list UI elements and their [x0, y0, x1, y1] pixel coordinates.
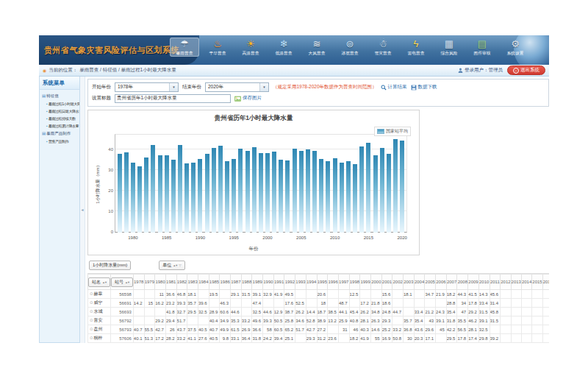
- year-column-2007[interactable]: 2007: [446, 275, 457, 290]
- bar-2019: [392, 134, 398, 233]
- save-image-button[interactable]: 保存图片: [234, 95, 262, 102]
- nav-item-heat[interactable]: ☀高温普查: [236, 38, 265, 57]
- year-column-1982[interactable]: 1982: [176, 275, 187, 290]
- year-column-2013[interactable]: 2013: [511, 275, 521, 290]
- sort-name-chip[interactable]: 站名▲▼: [88, 277, 110, 287]
- year-column-1990[interactable]: 1990: [263, 275, 274, 290]
- unit-sort-chip[interactable]: 单位 ▲▼ ▽: [159, 261, 184, 270]
- value-cell: 17.2: [360, 299, 371, 308]
- year-column-1996[interactable]: 1996: [328, 275, 339, 290]
- end-year-select[interactable]: 2020年 ▼: [205, 82, 269, 92]
- nav-item-map-review[interactable]: ▤图件审核: [467, 38, 497, 57]
- value-cell: 29.4: [165, 316, 176, 325]
- year-column-1985[interactable]: 1985: [209, 275, 220, 290]
- year-column-1993[interactable]: 1993: [295, 275, 306, 290]
- value-cell: 45: [436, 325, 447, 334]
- station-name[interactable]: ⊙水城: [88, 308, 111, 316]
- year-column-1981[interactable]: 1981: [165, 275, 176, 290]
- nav-item-snow[interactable]: ☃雪灾普查: [368, 38, 398, 57]
- year-column-2012[interactable]: 2012: [501, 275, 511, 290]
- year-column-1986[interactable]: 1986: [220, 275, 231, 290]
- year-column-2009[interactable]: 2009: [468, 275, 479, 290]
- nav-item-rainstorm[interactable]: ☂暴雨普查: [170, 38, 199, 57]
- tree-leaf[interactable]: ▪暴雨过程日最大降水量: [42, 107, 79, 115]
- year-column-1983[interactable]: 1983: [187, 275, 198, 290]
- set-title-label: 设置标题: [92, 95, 111, 102]
- chart-title-input[interactable]: [115, 94, 231, 103]
- value-cell: [542, 290, 549, 299]
- year-column-2011[interactable]: 2011: [490, 275, 501, 290]
- year-column-1997[interactable]: 1997: [338, 275, 349, 290]
- tree-node[interactable]: ▤特征值: [42, 92, 79, 100]
- year-column-1999[interactable]: 1999: [360, 275, 371, 290]
- tree-node[interactable]: ▤暴雨产品制作: [42, 130, 79, 138]
- year-column-1987[interactable]: 1987: [231, 275, 242, 290]
- tree-leaf[interactable]: ▪暴雨过程1小时最大降水量: [42, 100, 79, 107]
- year-column-1994[interactable]: 1994: [306, 275, 317, 290]
- year-column-2003[interactable]: 2003: [404, 275, 415, 290]
- year-column-1991[interactable]: 1991: [273, 275, 284, 290]
- station-name[interactable]: ⊙威宁: [88, 299, 111, 308]
- year-column-2005[interactable]: 2005: [425, 275, 436, 290]
- settings-icon: ⚙: [511, 38, 520, 50]
- station-name[interactable]: ⊙盘州: [88, 325, 111, 334]
- data-download-button[interactable]: 数据下载: [411, 84, 437, 91]
- value-cell: [144, 308, 155, 316]
- logout-button[interactable]: ○ 退出系统: [507, 66, 545, 75]
- year-column-1992[interactable]: 1992: [284, 275, 295, 290]
- year-column-1989[interactable]: 1989: [252, 275, 263, 290]
- year-column-1979[interactable]: 1979: [144, 275, 155, 290]
- nav-item-risk[interactable]: ▦综合风险: [434, 38, 464, 57]
- value-cell: 60.6: [220, 308, 231, 316]
- nav-label: 图件审核: [474, 50, 491, 56]
- year-column-2006[interactable]: 2006: [436, 275, 447, 290]
- nav-item-cold[interactable]: ❄低温普查: [269, 38, 298, 57]
- table-row: ⊙赫章565981136.646.818.119.529.131.539.132…: [88, 290, 550, 299]
- value-cell: [511, 325, 521, 334]
- value-cell: 33.2: [392, 325, 404, 334]
- nav-item-wind[interactable]: ≋大风普查: [302, 38, 331, 57]
- value-cell: 43.6: [414, 325, 425, 334]
- year-column-1984[interactable]: 1984: [198, 275, 209, 290]
- value-cell: [511, 308, 521, 316]
- year-column-2000[interactable]: 2000: [370, 275, 381, 290]
- nav-item-settings[interactable]: ⚙系统设置: [501, 38, 530, 57]
- year-column-2002[interactable]: 2002: [392, 275, 404, 290]
- year-column-2008[interactable]: 2008: [457, 275, 468, 290]
- value-cell: 41.9: [360, 334, 371, 343]
- station-name[interactable]: ⊙普安: [88, 316, 111, 325]
- station-name[interactable]: ⊙桐梓: [88, 334, 111, 343]
- sidebar-splitter[interactable]: ◄: [80, 77, 85, 343]
- value-cell: 39.3: [263, 316, 274, 325]
- year-column-2015[interactable]: 2015: [532, 275, 542, 290]
- nav-item-drought[interactable]: ♨干旱普查: [203, 38, 232, 57]
- calc-result-button[interactable]: 计算结果: [381, 84, 407, 91]
- year-column-1998[interactable]: 1998: [349, 275, 360, 290]
- year-column-2016[interactable]: 2016: [542, 275, 549, 290]
- year-column-2014[interactable]: 2014: [521, 275, 531, 290]
- year-column-1978[interactable]: 1978: [133, 275, 144, 290]
- year-column-2010[interactable]: 2010: [478, 275, 490, 290]
- value-cell: 18.1: [187, 290, 198, 299]
- year-column-1995[interactable]: 1995: [317, 275, 328, 290]
- year-column-2004[interactable]: 2004: [414, 275, 425, 290]
- value-cell: [521, 334, 531, 343]
- year-column-1988[interactable]: 1988: [241, 275, 252, 290]
- value-type-chip[interactable]: 1小时降水量(mm): [89, 261, 131, 270]
- sort-id-chip[interactable]: 站号▲▼: [111, 277, 133, 287]
- chart-legend[interactable]: 国家站平均: [374, 127, 411, 136]
- value-cell: [542, 325, 549, 334]
- value-cell: 20.6: [317, 290, 328, 299]
- nav-item-hail[interactable]: ⊚冰雹普查: [335, 38, 365, 57]
- station-name[interactable]: ⊙赫章: [88, 290, 111, 299]
- nav-item-lightning[interactable]: ϟ雷电普查: [401, 38, 431, 57]
- tree-leaf[interactable]: ▪暴雨过程持续天数: [42, 115, 79, 122]
- value-cell: 32.5: [252, 308, 263, 316]
- nav-label: 干旱普查: [209, 50, 226, 56]
- tree-leaf[interactable]: ▪暴雨过程累计降水量: [42, 122, 79, 130]
- start-year-select[interactable]: 1978年 ▼: [115, 82, 179, 92]
- tree-leaf[interactable]: ▪普查产品制作: [42, 138, 79, 145]
- year-column-1980[interactable]: 1980: [155, 275, 166, 290]
- year-column-2001[interactable]: 2001: [381, 275, 392, 290]
- value-cell: 39.1: [478, 316, 490, 325]
